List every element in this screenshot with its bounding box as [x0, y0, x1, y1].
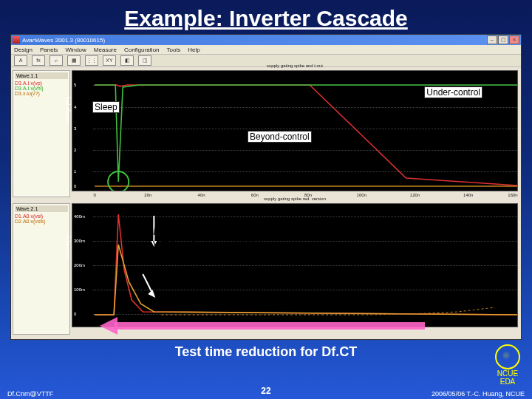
chart2-ylabel: Current(?): [65, 236, 70, 259]
menu-tools[interactable]: Tools: [167, 47, 181, 53]
x-tick: 120n: [410, 193, 420, 197]
bottom-caption: Test time reduction for Df.CT: [0, 344, 532, 360]
toolbar-btn-4[interactable]: ▦: [67, 55, 81, 66]
window-titlebar: AvanWaves 2001.3 (80010615) – ▢ ×: [11, 35, 521, 45]
plot-area: Wave.1.1 D3.A.I.v(vp) D3.A.I.v(vhl) D3.x…: [11, 67, 521, 339]
legend2-item-0[interactable]: D1.A0.v(vsl): [15, 214, 68, 219]
annot-imax-rest: reduction = 30%: [175, 225, 253, 237]
label-beyond-control-2: Beyond-control: [418, 265, 494, 277]
annot-wakeup: Wakeup-Acceleration = 85%: [153, 277, 290, 290]
menu-panels[interactable]: Panels: [40, 47, 58, 53]
toolbar-btn-1[interactable]: A: [14, 55, 27, 66]
legend1-item-1[interactable]: D3.A.I.v(vhl): [15, 86, 68, 91]
annot-energy: Energy reduction = 92%: [153, 251, 290, 265]
legend1-where: Wave.1.1: [15, 72, 68, 79]
svg-marker-4: [148, 290, 155, 298]
legend1-item-0[interactable]: D3.A.I.v(vp): [15, 81, 68, 86]
window-minimize-button[interactable]: –: [487, 35, 497, 44]
legend2-where: Wave.2.1: [15, 205, 68, 212]
legend1-item-2[interactable]: D3.x.io(v?): [15, 91, 68, 96]
menu-measure[interactable]: Measure: [94, 47, 117, 53]
toolbar-btn-8[interactable]: ◫: [138, 55, 151, 66]
annot-wtc: WTC reduction = 100%: [153, 239, 290, 252]
x-tick: 60n: [251, 193, 259, 197]
logo-text-bot: EDA: [495, 378, 520, 386]
legend-panel-2: Wave.2.1 D1.A0.v(vsl) D2.A0.v(vsls): [13, 203, 70, 335]
toolbar-btn-2[interactable]: fx: [32, 55, 45, 66]
footer-right: 2006/05/06 T.-C. Huang, NCUE: [432, 390, 525, 398]
annot-under2: Under-control: [153, 265, 290, 278]
toolbar-btn-5[interactable]: ⋮⋮: [85, 55, 98, 66]
pink-arrow: [100, 317, 425, 335]
x-tick: 140n: [463, 193, 473, 197]
legend2-item-1[interactable]: D2.A0.v(vsls): [15, 219, 68, 224]
x-tick: 40n: [198, 193, 205, 197]
toolbar-btn-3[interactable]: ⌕: [50, 55, 63, 66]
toolbar-btn-6[interactable]: XY: [103, 55, 116, 66]
menu-help[interactable]: Help: [188, 47, 200, 53]
menubar: Design Panels Window Measure Configurati…: [11, 45, 521, 54]
menu-configuration[interactable]: Configuration: [124, 47, 160, 53]
window-maximize-button[interactable]: ▢: [498, 35, 508, 44]
chart1-ylabel: Voltage (lin): [65, 97, 70, 124]
footer-left: Df.Cnm@VTTF: [7, 390, 53, 398]
window-close-button[interactable]: ×: [509, 35, 519, 44]
x-tick: 0: [93, 193, 95, 197]
slide-title: Example: Inverter Cascade: [0, 0, 532, 34]
label-beyond-control: Beyond-control: [248, 131, 312, 143]
app-icon: [13, 36, 20, 44]
ncue-logo: NCUE EDA: [495, 344, 520, 386]
logo-text-top: NCUE: [495, 370, 520, 378]
x-tick: 160n: [508, 193, 517, 197]
app-window: AvanWaves 2001.3 (80010615) – ▢ × Design…: [10, 34, 522, 340]
chart1-title: supply gating spike and t-cut: [267, 64, 323, 68]
menu-window[interactable]: Window: [65, 47, 86, 53]
x-tick: 20n: [144, 193, 151, 197]
toolbar-btn-7[interactable]: ◧: [120, 55, 134, 66]
annot-imax-label: Imax: [153, 225, 175, 237]
window-title: AvanWaves 2001.3 (80010615): [22, 37, 105, 44]
menu-design[interactable]: Design: [14, 47, 33, 53]
x-tick: 100n: [357, 193, 366, 197]
legend-panel-1: Wave.1.1 D3.A.I.v(vp) D3.A.I.v(vhl) D3.x…: [13, 70, 70, 197]
label-under-control: Under-control: [424, 86, 482, 98]
chart2-title: supply gating spike red. version: [264, 197, 326, 201]
annotation-list: Imax reduction = 30% WTC reduction = 100…: [153, 225, 290, 290]
label-sleep: Sleep: [92, 101, 120, 113]
